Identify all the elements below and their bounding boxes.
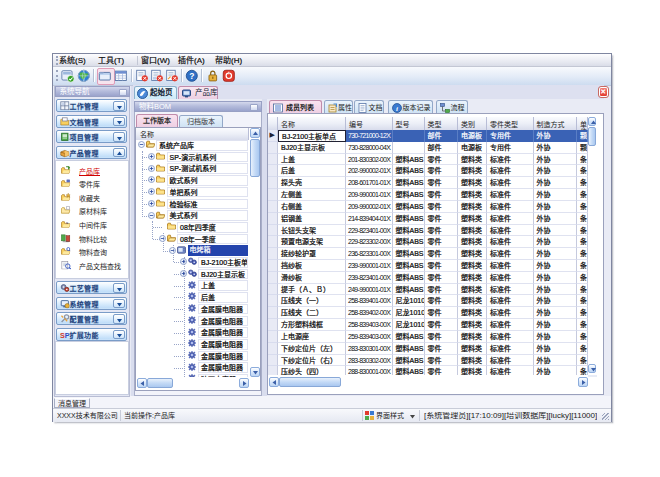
svg-text:?: ? bbox=[189, 71, 194, 81]
svg-text:i: i bbox=[396, 105, 398, 113]
svg-text:S: S bbox=[60, 330, 65, 339]
